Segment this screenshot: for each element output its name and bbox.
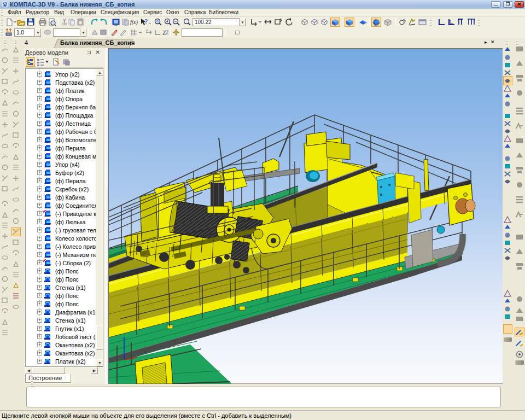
svg-text:?: ? [144,19,148,25]
svg-text:Z: Z [162,30,166,36]
svg-text:f(x): f(x) [130,19,138,26]
